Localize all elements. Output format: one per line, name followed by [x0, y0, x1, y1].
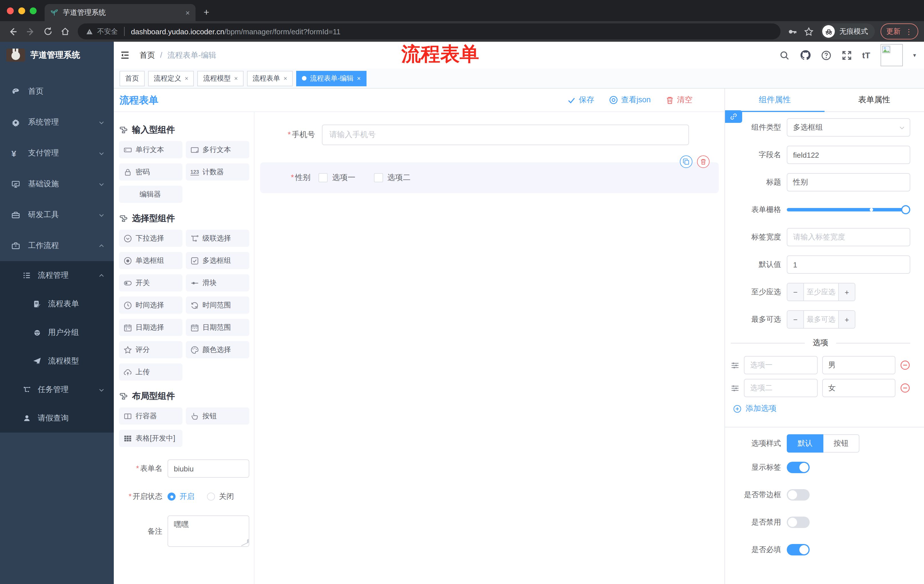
fullscreen-icon[interactable] [842, 50, 852, 60]
title-input[interactable]: 性别 [787, 173, 910, 191]
close-icon[interactable]: × [284, 75, 287, 82]
show-label-switch[interactable] [787, 462, 810, 473]
sidebar-item-workflow[interactable]: 工作流程 [0, 230, 114, 261]
palette-item-switch[interactable]: 开关 [119, 274, 182, 291]
maximize-window-icon[interactable] [30, 7, 36, 14]
logo[interactable]: 芋道管理系统 [0, 42, 114, 69]
sidebar-item-process-mgmt[interactable]: 流程管理 [0, 261, 114, 290]
close-window-icon[interactable] [7, 7, 14, 14]
status-on-label[interactable]: 开启 [180, 492, 195, 502]
font-size-icon[interactable]: tT [862, 50, 870, 60]
status-off-radio[interactable] [207, 493, 215, 500]
data-binding-tag[interactable] [725, 110, 742, 123]
tab-component-props[interactable]: 组件属性 [725, 89, 825, 112]
increase-button[interactable]: + [838, 283, 855, 301]
decrease-button[interactable]: − [787, 311, 804, 328]
slider-handle[interactable] [901, 205, 910, 214]
option-value-input[interactable]: 女 [822, 379, 895, 397]
tab-form-props[interactable]: 表单属性 [825, 89, 924, 112]
style-default-button[interactable]: 默认 [787, 434, 823, 452]
min-select-stepper[interactable]: − 至少应选 + [787, 283, 855, 301]
tab-close-icon[interactable]: × [186, 8, 190, 17]
update-button[interactable]: 更新 ⋮ [881, 23, 918, 39]
form-grid-slider[interactable] [787, 208, 906, 211]
forward-icon[interactable] [26, 26, 35, 36]
canvas-field-phone[interactable]: *手机号 请输入手机号 [260, 125, 689, 145]
drag-handle-icon[interactable] [731, 361, 739, 369]
gender-option-1[interactable]: 选项一 [318, 173, 355, 183]
tag-process-definition[interactable]: 流程定义× [148, 71, 194, 86]
github-icon[interactable] [800, 50, 811, 61]
palette-item-counter[interactable]: 123计数器 [186, 163, 249, 181]
sidebar-item-task-mgmt[interactable]: 任务管理 [0, 375, 114, 404]
sidebar-item-home[interactable]: 首页 [0, 76, 114, 107]
label-width-input[interactable]: 请输入标签宽度 [787, 228, 910, 246]
form-remark-textarea[interactable]: 嘿嘿 [168, 515, 249, 547]
palette-item-table[interactable]: 表格[开发中] [119, 430, 182, 447]
remove-option-button[interactable] [900, 360, 910, 370]
palette-item-checkbox-group[interactable]: 多选框组 [186, 252, 249, 269]
canvas-field-gender-selected[interactable]: *性别 选项一 选项二 [260, 162, 719, 193]
close-icon[interactable]: × [185, 75, 188, 82]
sidebar-item-payment[interactable]: ¥ 支付管理 [0, 138, 114, 169]
reload-icon[interactable] [43, 27, 53, 36]
palette-item-rate[interactable]: 评分 [119, 341, 182, 358]
gender-option-2[interactable]: 选项二 [374, 173, 411, 183]
palette-item-date-picker[interactable]: 日期选择 [119, 319, 182, 336]
option-label-input[interactable]: 选项二 [744, 379, 817, 397]
avatar[interactable] [881, 44, 903, 66]
sidebar-item-process-model[interactable]: 流程模型 [0, 347, 114, 375]
tag-process-model[interactable]: 流程模型× [198, 71, 244, 86]
search-icon[interactable] [779, 50, 790, 60]
drag-handle-icon[interactable] [731, 384, 739, 392]
passkey-icon[interactable] [787, 26, 797, 36]
checkbox[interactable] [374, 173, 383, 182]
sidebar-item-user-group[interactable]: 用户分组 [0, 318, 114, 347]
close-icon[interactable]: × [357, 75, 361, 82]
minimize-window-icon[interactable] [18, 7, 25, 14]
max-select-stepper[interactable]: − 最多可选 + [787, 310, 855, 329]
decrease-button[interactable]: − [787, 283, 804, 301]
palette-item-row-container[interactable]: 行容器 [119, 408, 182, 424]
add-option-button[interactable]: 添加选项 [733, 402, 910, 415]
back-icon[interactable] [8, 26, 18, 36]
save-button[interactable]: 保存 [567, 95, 594, 105]
border-switch[interactable] [787, 489, 810, 500]
browser-tab[interactable]: 芋道管理系统 × [45, 4, 196, 21]
help-icon[interactable] [821, 50, 832, 60]
increase-button[interactable]: + [838, 311, 855, 328]
status-on-radio[interactable] [168, 493, 175, 500]
disabled-switch[interactable] [787, 517, 810, 528]
form-canvas[interactable]: *手机号 请输入手机号 *性别 选项一 选项二 [254, 112, 724, 584]
palette-item-button[interactable]: 按钮 [186, 408, 249, 424]
tag-process-form-edit[interactable]: 流程表单-编辑× [297, 71, 366, 86]
sidebar-item-infra[interactable]: 基础设施 [0, 169, 114, 199]
collapse-sidebar-icon[interactable] [119, 50, 130, 61]
new-tab-button[interactable]: + [203, 7, 209, 18]
form-name-input[interactable]: biubiu [168, 459, 249, 478]
option-value-input[interactable]: 男 [822, 356, 895, 374]
palette-item-cascader[interactable]: 级联选择 [186, 230, 249, 247]
close-icon[interactable]: × [234, 75, 238, 82]
field-name-input[interactable]: field122 [787, 146, 910, 164]
tag-home[interactable]: 首页 [119, 71, 145, 86]
checkbox[interactable] [318, 173, 328, 182]
phone-input[interactable]: 请输入手机号 [322, 125, 689, 145]
clear-button[interactable]: 清空 [665, 95, 693, 105]
copy-widget-button[interactable] [680, 155, 693, 168]
status-off-label[interactable]: 关闭 [219, 492, 234, 502]
palette-item-slider[interactable]: 滑块 [186, 274, 249, 291]
palette-item-password[interactable]: 密码 [119, 163, 182, 181]
palette-item-time-picker[interactable]: 时间选择 [119, 296, 182, 314]
view-json-button[interactable]: 查看json [609, 95, 651, 105]
min-select-value[interactable]: 至少应选 [804, 283, 838, 301]
sidebar-item-devtools[interactable]: 研发工具 [0, 199, 114, 230]
option-label-input[interactable]: 选项一 [744, 356, 817, 374]
url-bar[interactable]: 不安全 dashboard.yudao.iocoder.cn/bpm/manag… [78, 23, 780, 39]
default-value-input[interactable]: 1 [787, 255, 910, 274]
component-type-select[interactable]: 多选框组 [787, 118, 910, 137]
required-switch[interactable] [787, 544, 810, 555]
palette-item-radio-group[interactable]: 单选框组 [119, 252, 182, 269]
bookmark-star-icon[interactable] [804, 26, 813, 36]
style-button-button[interactable]: 按钮 [823, 434, 860, 452]
